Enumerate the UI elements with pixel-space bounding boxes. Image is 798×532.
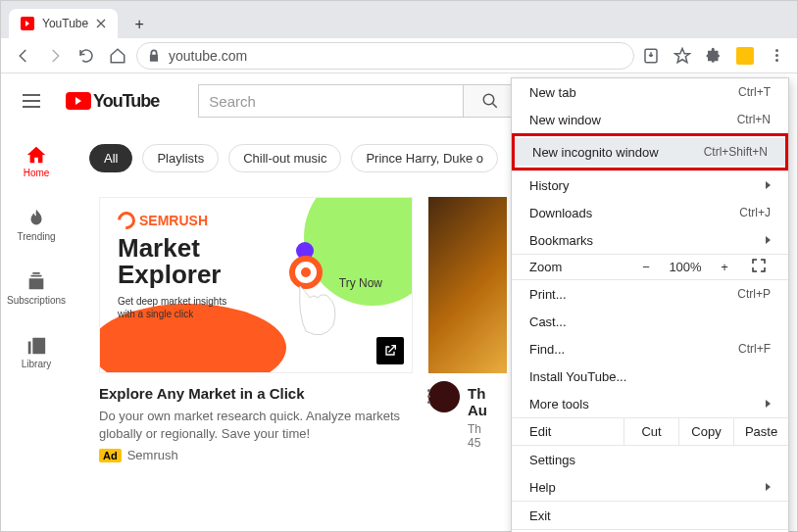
ad-sponsor: Semrush xyxy=(127,448,178,462)
tab-youtube[interactable]: YouTube xyxy=(9,9,118,38)
toolbar: youtube.com xyxy=(1,38,797,73)
menu-edit-label: Edit xyxy=(512,418,623,445)
chevron-right-icon xyxy=(766,181,771,189)
sidebar-item-home[interactable]: Home xyxy=(1,138,72,184)
new-tab-button[interactable]: + xyxy=(125,11,153,38)
sidebar-item-trending[interactable]: Trending xyxy=(1,202,72,248)
menu-paste[interactable]: Paste xyxy=(733,418,788,445)
menu-help[interactable]: Help xyxy=(512,473,788,501)
zoom-out-button[interactable]: − xyxy=(631,260,661,274)
menu-more-tools[interactable]: More tools xyxy=(512,390,788,417)
chip-all[interactable]: All xyxy=(89,144,132,172)
tab-strip: YouTube + xyxy=(1,1,797,38)
chrome-menu-button[interactable] xyxy=(766,45,787,67)
chevron-right-icon xyxy=(766,483,771,491)
install-app-icon[interactable] xyxy=(640,45,662,67)
search-input[interactable]: Search xyxy=(198,84,463,118)
sidebar-item-subscriptions[interactable]: Subscriptions xyxy=(1,266,72,312)
extensions-icon[interactable] xyxy=(703,45,724,67)
open-external-icon[interactable] xyxy=(376,337,404,364)
svg-point-5 xyxy=(301,267,311,277)
play-icon xyxy=(66,92,91,110)
home-icon xyxy=(25,144,47,166)
subscriptions-icon xyxy=(25,271,47,293)
guide-hamburger-button[interactable] xyxy=(17,88,46,114)
youtube-wordmark: YouTube xyxy=(93,91,159,112)
tab-title: YouTube xyxy=(42,17,88,30)
forward-button[interactable] xyxy=(42,43,68,69)
trending-icon xyxy=(25,208,47,229)
zoom-in-button[interactable]: + xyxy=(710,260,739,274)
menu-settings[interactable]: Settings xyxy=(512,446,788,473)
pointer-hand-icon xyxy=(278,253,347,341)
menu-print[interactable]: Print...Ctrl+P xyxy=(512,280,788,308)
chip-prince-harry[interactable]: Prince Harry, Duke o xyxy=(351,144,498,172)
chevron-right-icon xyxy=(766,400,771,408)
ad-badge: Ad xyxy=(99,449,122,462)
menu-new-window[interactable]: New windowCtrl+N xyxy=(512,106,788,133)
card-menu-button[interactable] xyxy=(427,389,430,404)
menu-find[interactable]: Find...Ctrl+F xyxy=(512,335,788,363)
close-tab-icon[interactable] xyxy=(96,19,106,28)
lock-icon xyxy=(147,49,161,63)
library-icon xyxy=(25,335,47,357)
plus-icon: + xyxy=(134,16,143,33)
menu-new-tab[interactable]: New tabCtrl+T xyxy=(512,78,788,106)
menu-downloads[interactable]: DownloadsCtrl+J xyxy=(512,199,788,226)
bookmark-star-icon[interactable] xyxy=(672,45,693,67)
zoom-value: 100% xyxy=(661,260,710,274)
ad-title: Explore Any Market in a Click xyxy=(99,385,413,402)
sidebar-item-library[interactable]: Library xyxy=(1,329,72,375)
ad-card[interactable]: SEMRUSH MarketExplorer Get deep market i… xyxy=(99,197,413,462)
reload-button[interactable] xyxy=(74,43,99,69)
try-now-label: Try Now xyxy=(339,276,382,290)
chrome-menu: New tabCtrl+T New windowCtrl+N New incog… xyxy=(511,77,789,532)
chip-playlists[interactable]: Playlists xyxy=(142,144,219,172)
svg-point-3 xyxy=(484,94,495,105)
search-button[interactable] xyxy=(463,84,518,118)
address-bar[interactable]: youtube.com xyxy=(136,42,634,70)
ad-thumbnail[interactable]: SEMRUSH MarketExplorer Get deep market i… xyxy=(99,197,413,373)
url-text: youtube.com xyxy=(169,48,623,64)
video-card[interactable]: ThAu Th45 xyxy=(428,197,507,462)
menu-new-incognito[interactable]: New incognito windowCtrl+Shift+N xyxy=(515,138,785,166)
chip-chillout[interactable]: Chill-out music xyxy=(228,144,341,172)
channel-avatar[interactable] xyxy=(428,381,460,412)
chevron-right-icon xyxy=(766,236,771,244)
menu-zoom: Zoom − 100% + xyxy=(512,255,788,279)
youtube-logo[interactable]: YouTube xyxy=(66,91,159,112)
pinned-extension-icon[interactable] xyxy=(734,45,756,67)
menu-bookmarks[interactable]: Bookmarks xyxy=(512,226,788,254)
fullscreen-button[interactable] xyxy=(739,259,778,275)
mini-guide: Home Trending Subscriptions Library xyxy=(1,128,72,375)
back-button[interactable] xyxy=(11,43,36,69)
video-thumbnail[interactable] xyxy=(428,197,507,373)
menu-install[interactable]: Install YouTube... xyxy=(512,363,788,390)
home-button[interactable] xyxy=(105,43,130,69)
youtube-favicon-icon xyxy=(21,17,34,30)
menu-cast[interactable]: Cast... xyxy=(512,308,788,335)
menu-copy[interactable]: Copy xyxy=(678,418,733,445)
menu-cut[interactable]: Cut xyxy=(623,418,678,445)
chip-bar: All Playlists Chill-out music Prince Har… xyxy=(89,144,498,172)
semrush-icon xyxy=(114,208,138,232)
menu-exit[interactable]: Exit xyxy=(512,502,788,529)
ad-description: Do your own market research quick. Analy… xyxy=(99,408,413,442)
menu-history[interactable]: History xyxy=(512,171,788,199)
search-icon xyxy=(481,92,499,110)
